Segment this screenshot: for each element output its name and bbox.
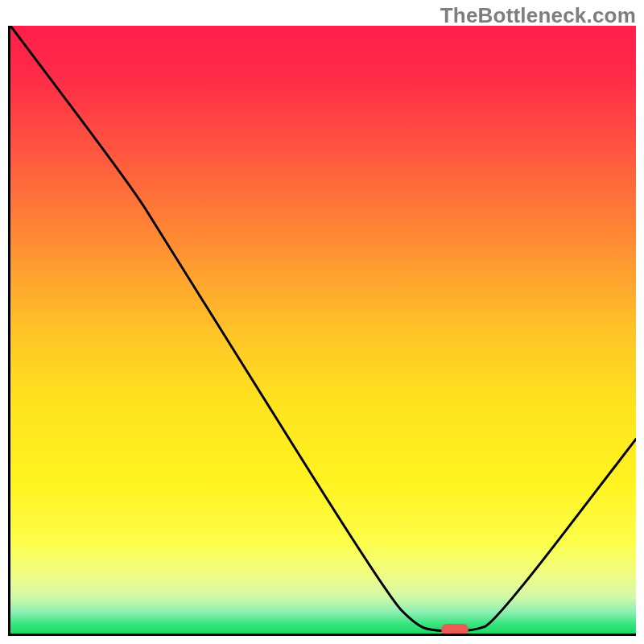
plot-area <box>8 26 636 636</box>
watermark-text: TheBottleneck.com <box>440 3 636 28</box>
optimal-marker <box>441 624 469 635</box>
chart-container: TheBottleneck.com <box>0 0 644 644</box>
gradient-background <box>10 26 636 634</box>
chart-canvas <box>10 26 636 634</box>
